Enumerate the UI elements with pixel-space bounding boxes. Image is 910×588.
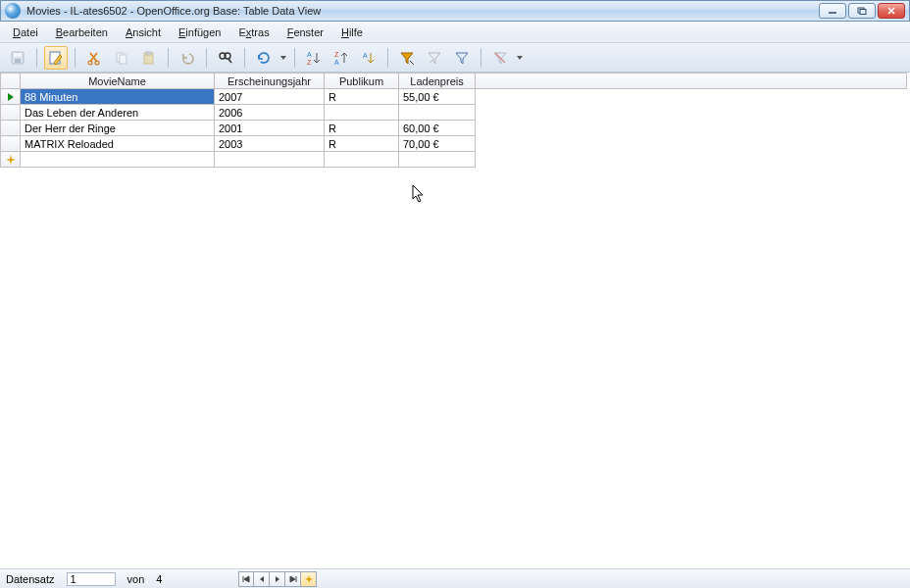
- refresh-dropdown[interactable]: [279, 56, 287, 60]
- select-all-header[interactable]: [1, 74, 21, 89]
- record-label: Datensatz: [0, 569, 61, 588]
- cell-price[interactable]: [399, 152, 476, 168]
- svg-line-17: [228, 59, 231, 63]
- svg-text:A: A: [334, 59, 339, 66]
- cell-year[interactable]: 2007: [215, 89, 325, 105]
- autofilter-button[interactable]: [395, 46, 419, 70]
- menu-extras[interactable]: Extras: [231, 24, 276, 40]
- sort-button[interactable]: A: [357, 46, 380, 70]
- standard-filter-button[interactable]: [450, 46, 474, 70]
- separator-icon: [75, 48, 76, 68]
- cell-price[interactable]: 55,00 €: [399, 89, 476, 105]
- cell-empty: [476, 136, 907, 152]
- window-title: Movies - IL-ates6502 - OpenOffice.org Ba…: [26, 5, 813, 17]
- refresh-button[interactable]: [252, 46, 276, 70]
- cell-publikum[interactable]: R: [325, 121, 399, 136]
- prev-record-button[interactable]: [254, 571, 270, 587]
- cell-price[interactable]: [399, 105, 476, 121]
- apply-filter-button[interactable]: [423, 46, 446, 70]
- cell-publikum[interactable]: [325, 105, 399, 121]
- cell-moviename[interactable]: 88 Minuten: [21, 89, 215, 105]
- sort-desc-button[interactable]: ZA: [329, 46, 353, 70]
- column-header-price[interactable]: Ladenpreis: [399, 74, 476, 89]
- row-marker[interactable]: [1, 136, 21, 152]
- cell-year[interactable]: 2001: [215, 121, 325, 136]
- menu-ansicht[interactable]: Ansicht: [119, 24, 168, 40]
- sort-asc-button[interactable]: AZ: [302, 46, 326, 70]
- separator-icon: [387, 48, 388, 68]
- menu-label: atei: [21, 26, 38, 38]
- menu-label: E: [238, 26, 245, 38]
- row-marker[interactable]: [1, 121, 21, 136]
- statusbar: Datensatz von 4: [0, 568, 910, 588]
- save-button[interactable]: [6, 46, 29, 70]
- new-record-row[interactable]: [1, 152, 907, 168]
- maximize-button[interactable]: [848, 3, 876, 19]
- separator-icon: [294, 48, 295, 68]
- last-record-button[interactable]: [285, 571, 301, 587]
- cell-empty: [476, 89, 907, 105]
- column-header-publikum[interactable]: Publikum: [325, 74, 399, 89]
- new-record-button[interactable]: [301, 571, 317, 587]
- table-row[interactable]: Der Herr der Ringe2001R60,00 €: [1, 121, 907, 136]
- menu-hilfe[interactable]: Hilfe: [334, 24, 370, 40]
- find-button[interactable]: [214, 46, 237, 70]
- next-record-button[interactable]: [270, 571, 285, 587]
- svg-point-9: [88, 61, 92, 65]
- svg-text:A: A: [363, 52, 368, 59]
- cell-year[interactable]: 2003: [215, 136, 325, 152]
- cell-price[interactable]: 60,00 €: [399, 121, 476, 136]
- column-header-year[interactable]: Erscheinungsjahr: [215, 74, 325, 89]
- record-number-input[interactable]: [67, 572, 116, 586]
- column-header-moviename[interactable]: MovieName: [21, 74, 215, 89]
- menubar: Datei Bearbeiten Ansicht Einfügen Extras…: [0, 22, 910, 43]
- menu-fenster[interactable]: Fenster: [280, 24, 330, 40]
- svg-rect-7: [15, 59, 21, 63]
- menu-label: nsicht: [132, 26, 161, 38]
- cell-publikum[interactable]: R: [325, 136, 399, 152]
- copy-button[interactable]: [110, 46, 133, 70]
- record-number-field[interactable]: [61, 569, 122, 588]
- header-row: MovieName Erscheinungsjahr Publikum Lade…: [1, 74, 907, 89]
- edit-mode-button[interactable]: [44, 46, 68, 70]
- undo-button[interactable]: [176, 46, 199, 70]
- toolbar-overflow[interactable]: [516, 56, 524, 60]
- cursor-icon: [412, 184, 426, 206]
- minimize-button[interactable]: [819, 3, 846, 19]
- cell-empty: [476, 105, 907, 121]
- menu-label: enster: [293, 26, 324, 38]
- cell-price[interactable]: 70,00 €: [399, 136, 476, 152]
- table-row[interactable]: MATRIX Reloaded2003R70,00 €: [1, 136, 907, 152]
- cell-year[interactable]: 2006: [215, 105, 325, 121]
- cell-moviename[interactable]: Der Herr der Ringe: [21, 121, 215, 136]
- of-label: von: [122, 569, 151, 588]
- cut-button[interactable]: [82, 46, 106, 70]
- paste-button[interactable]: [137, 46, 161, 70]
- menu-einfuegen[interactable]: Einfügen: [172, 24, 228, 40]
- first-record-button[interactable]: [238, 571, 254, 587]
- cell-publikum[interactable]: [325, 152, 399, 168]
- row-marker[interactable]: [1, 105, 21, 121]
- cell-moviename[interactable]: [21, 152, 215, 168]
- cell-empty: [476, 152, 907, 168]
- record-total: 4: [150, 569, 209, 588]
- menu-bearbeiten[interactable]: Bearbeiten: [49, 24, 115, 40]
- new-record-marker[interactable]: [1, 152, 21, 168]
- menu-label: tras: [251, 26, 269, 38]
- separator-icon: [206, 48, 207, 68]
- record-navigator: [238, 571, 317, 587]
- separator-icon: [36, 48, 37, 68]
- cell-moviename[interactable]: Das Leben der Anderen: [21, 105, 215, 121]
- table-grid[interactable]: MovieName Erscheinungsjahr Publikum Lade…: [0, 73, 910, 568]
- cell-publikum[interactable]: R: [325, 89, 399, 105]
- cell-moviename[interactable]: MATRIX Reloaded: [21, 136, 215, 152]
- table-row[interactable]: 88 Minuten2007R55,00 €: [1, 89, 907, 105]
- remove-filter-button[interactable]: [488, 46, 512, 70]
- svg-rect-14: [146, 52, 151, 55]
- close-button[interactable]: [878, 3, 905, 19]
- row-marker[interactable]: [1, 89, 21, 105]
- table-row[interactable]: Das Leben der Anderen2006: [1, 105, 907, 121]
- cell-year[interactable]: [215, 152, 325, 168]
- menu-datei[interactable]: Datei: [6, 24, 45, 40]
- svg-rect-2: [860, 10, 866, 15]
